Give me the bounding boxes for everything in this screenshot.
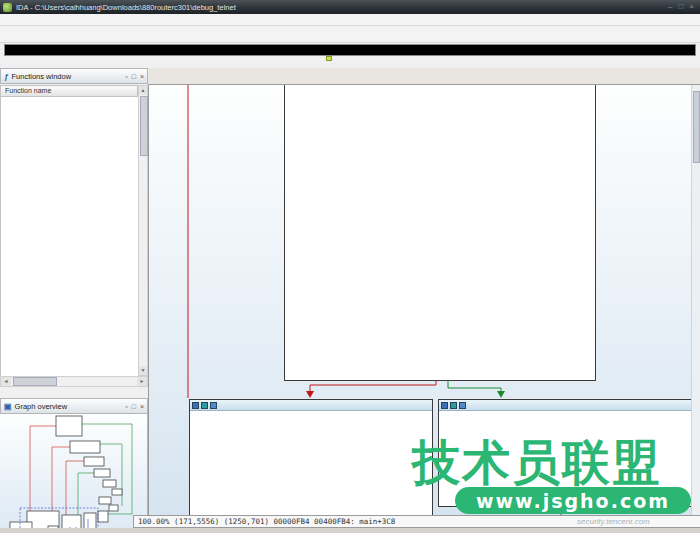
block-color-icon[interactable]	[459, 402, 466, 409]
navband-position-marker[interactable]	[326, 56, 332, 61]
window-controls: –□×	[668, 3, 694, 11]
dock-float-icon[interactable]: □	[132, 403, 136, 410]
maximize-button[interactable]: □	[678, 3, 683, 11]
scrollbar-thumb[interactable]	[13, 377, 57, 386]
status-text: 100.00% (171,5556) (1250,701) 00000FB4 0…	[134, 517, 395, 526]
minimap-graph	[0, 414, 146, 532]
minimize-button[interactable]: –	[668, 3, 672, 11]
function-list-vertical-scrollbar[interactable]: ▲ ▼	[138, 85, 148, 376]
graph-overview-title: Graph overview	[15, 402, 122, 411]
navigation-band[interactable]	[4, 44, 696, 56]
title-bar[interactable]: IDA - C:\Users\caihhuang\Downloads\880ro…	[0, 0, 700, 14]
function-list	[0, 97, 138, 376]
scrollbar-thumb[interactable]	[140, 96, 148, 156]
scroll-left-icon[interactable]: ◄	[1, 377, 11, 386]
dock-restore-icon[interactable]: ▫	[125, 73, 127, 80]
window-frame-bottom	[0, 528, 700, 533]
functions-window-title: Functions window	[11, 72, 121, 81]
scroll-right-icon[interactable]: ►	[137, 377, 147, 386]
block-group-icon[interactable]	[201, 402, 208, 409]
basic-block-main[interactable]	[284, 85, 596, 381]
block-titlebar[interactable]	[439, 400, 697, 411]
watermark-url-pill: www.jsgho.com	[455, 487, 691, 514]
view-tab-bar	[148, 68, 700, 85]
block-collapse-icon[interactable]	[441, 402, 448, 409]
window-title: IDA - C:\Users\caihhuang\Downloads\880ro…	[16, 3, 236, 12]
function-list-horizontal-scrollbar[interactable]: ◄ ►	[0, 376, 148, 387]
scroll-up-icon[interactable]: ▲	[139, 86, 147, 95]
functions-window-icon: ƒ	[4, 72, 8, 81]
block-group-icon[interactable]	[450, 402, 457, 409]
app-icon	[3, 3, 12, 12]
block-titlebar[interactable]	[190, 400, 432, 411]
dock-restore-icon[interactable]: ▫	[125, 403, 127, 410]
block-color-icon[interactable]	[210, 402, 217, 409]
block-code[interactable]	[439, 411, 697, 414]
graph-overview-header[interactable]: ▣ Graph overview ▫ □ ×	[0, 398, 148, 414]
menu-bar	[0, 14, 700, 26]
block-collapse-icon[interactable]	[192, 402, 199, 409]
block-code[interactable]	[190, 411, 432, 412]
graph-overview-icon: ▣	[4, 402, 12, 411]
function-name-column-header[interactable]: Function name	[0, 85, 138, 97]
dock-close-icon[interactable]: ×	[140, 403, 144, 410]
ida-window: IDA - C:\Users\caihhuang\Downloads\880ro…	[0, 0, 700, 533]
dock-float-icon[interactable]: □	[132, 73, 136, 80]
basic-block-check-ok[interactable]	[189, 399, 433, 515]
close-button[interactable]: ×	[689, 3, 694, 11]
functions-window-header[interactable]: ƒ Functions window ▫ □ ×	[0, 68, 148, 84]
watermark-url-text: www.jsgho.com	[476, 490, 670, 512]
watermark-cn-text: 技术员联盟	[412, 436, 700, 488]
scroll-down-icon[interactable]: ▼	[139, 366, 147, 375]
graph-overview-minimap[interactable]	[0, 414, 148, 533]
scrollbar-thumb[interactable]	[693, 91, 700, 163]
toolbar	[0, 27, 700, 43]
watermark-faint-text: security.tencent.com	[577, 517, 650, 526]
dock-close-icon[interactable]: ×	[140, 73, 144, 80]
